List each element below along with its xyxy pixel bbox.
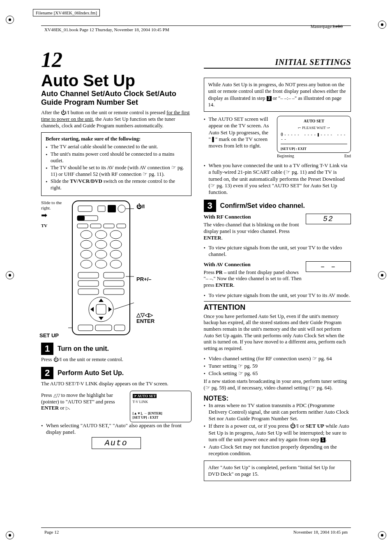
svg-rect-2 xyxy=(98,206,105,212)
callout-power: ⏻/I xyxy=(136,203,154,210)
svg-rect-30 xyxy=(96,304,106,314)
autoset-progress-screen: AUTO SET ⤺ PLEASE WAIT ⤻ 0----- ----❚---… xyxy=(277,116,351,153)
autoset-progress-row: The AUTO SET screen will appear on the T… xyxy=(204,116,351,158)
svg-rect-9 xyxy=(104,224,114,228)
svg-rect-7 xyxy=(77,224,88,228)
svg-point-11 xyxy=(81,230,92,239)
content-area: 12 Auto Set Up Auto Channel Set/Auto Clo… xyxy=(41,49,351,518)
subtitle: Auto Channel Set/Auto Clock Set/Auto Gui… xyxy=(41,90,191,106)
warning-box: While Auto Set Up is in progress, do NOT… xyxy=(204,78,351,112)
svg-rect-24 xyxy=(104,272,124,278)
av-body: Press PR – until the front display panel… xyxy=(204,269,302,289)
svg-point-4 xyxy=(118,205,125,212)
callout-arrows: △▽◁▷ xyxy=(136,312,154,318)
notes-item: Auto Clock Set may not function properly… xyxy=(204,444,351,457)
page-number-large: 12 xyxy=(41,49,191,71)
left-column: 12 Auto Set Up Auto Channel Set/Auto Clo… xyxy=(41,49,191,518)
before-starting-box: Before starting, make sure of the follow… xyxy=(41,132,191,196)
page: Filename [XV48EK_06Index.fm] Masterpage:… xyxy=(0,0,392,555)
registration-mark-icon xyxy=(6,531,14,539)
attention-bullets: Video channel setting (for RF connection… xyxy=(204,355,351,377)
footer-left: Page 12 xyxy=(44,530,59,534)
svg-rect-1 xyxy=(78,206,92,212)
registration-mark-icon xyxy=(378,21,386,29)
svg-rect-27 xyxy=(78,289,99,295)
svg-rect-32 xyxy=(95,325,112,331)
lcd-dashes: – – xyxy=(306,261,351,272)
step-2-desc: The AUTO SET/T-V LINK display appears on… xyxy=(41,381,191,387)
step-3-number: 3 xyxy=(204,200,216,212)
rf-bullet: To view picture signals from the unit, s… xyxy=(204,244,351,258)
as-title: AUTO SET xyxy=(281,119,347,123)
registration-mark-icon xyxy=(378,271,386,279)
power-icon: ⏻/I xyxy=(53,357,62,362)
step-ref-icon: 3 xyxy=(267,96,272,101)
footer-rule xyxy=(41,527,351,528)
tvlink-bullet-list: When you have connected the unit to a TV… xyxy=(204,162,351,196)
main-title: Auto Set Up xyxy=(41,72,191,89)
step-1-number: 1 xyxy=(41,343,53,355)
svg-rect-26 xyxy=(104,281,124,286)
filename-box: Filename [XV48EK_06Index.fm] xyxy=(33,9,100,16)
svg-point-18 xyxy=(95,250,107,258)
step-1-row: 1 Turn on the unit. xyxy=(41,343,191,355)
attention-bullet: Tuner setting ☞ pg. 59 xyxy=(204,363,351,369)
as-exit: [SET UP] : EXIT xyxy=(281,147,347,151)
end-label: End xyxy=(344,154,351,158)
step-2-bullet: When selecting "AUTO SET," "Auto" also a… xyxy=(41,422,191,436)
masterpage-text: Masterpage: xyxy=(311,24,333,29)
arrow-right-icon: ➡ xyxy=(41,211,66,220)
attention-body: Once you have performed Auto Set Up, eve… xyxy=(204,313,351,352)
svg-point-21 xyxy=(95,260,107,268)
svg-point-13 xyxy=(110,230,122,239)
progress-bullet: The AUTO SET screen will appear on the T… xyxy=(204,116,273,149)
remote-svg-icon xyxy=(68,200,134,336)
intro-mid: button on the unit or remote control is … xyxy=(69,110,167,115)
before-item: Slide the TV/VCR/DVD switch on the remot… xyxy=(46,178,187,191)
lcd-52: 52 xyxy=(306,214,351,224)
rf-bullets: To view picture signals from the unit, s… xyxy=(204,244,351,258)
as-wait: ⤺ PLEASE WAIT ⤻ xyxy=(281,126,347,130)
svg-point-17 xyxy=(81,250,92,258)
step-2-number: 2 xyxy=(41,367,53,379)
step-2-flex: Press △▽ to move the highlight bar (poin… xyxy=(41,391,191,422)
av-bullet: To view picture signals from the unit, s… xyxy=(204,292,351,299)
step-3-row: 3 Confirm/Set video channel. xyxy=(204,200,351,212)
svg-point-15 xyxy=(95,240,107,249)
svg-rect-33 xyxy=(114,325,125,331)
sc-foot2: [SET UP] : EXIT xyxy=(133,415,189,419)
svg-rect-8 xyxy=(90,224,101,228)
step-2-title: Perform Auto Set Up. xyxy=(58,369,124,377)
before-item: The TV aerial cable should be connected … xyxy=(46,144,187,150)
autoset-menu-screen: ☞ AUTO SET T-V LINK [▲▼], → [ENTER] [SET… xyxy=(130,391,191,422)
step-1-title: Turn on the unit. xyxy=(58,345,109,352)
svg-rect-10 xyxy=(117,224,126,228)
svg-rect-0 xyxy=(72,201,130,335)
notes-heading: NOTES: xyxy=(204,395,351,402)
registration-mark-icon xyxy=(378,531,386,539)
registration-mark-icon xyxy=(6,16,14,24)
callout-pr: PR+/– xyxy=(136,276,154,282)
power-icon: ⏻/I xyxy=(61,110,69,115)
svg-rect-28 xyxy=(104,289,124,295)
step-1-body: Press ⏻/I on the unit or remote control. xyxy=(41,357,191,363)
tv-label: TV xyxy=(41,223,66,228)
right-column: INITIAL SETTINGS While Auto Set Up is in… xyxy=(204,49,351,518)
step-3-title: Confirm/Set video channel. xyxy=(220,202,305,210)
svg-rect-3 xyxy=(108,205,116,212)
header-text: XV48EK_01.book Page 12 Thursday, Novembe… xyxy=(44,27,169,32)
begin-label: Beginning xyxy=(277,154,294,158)
rf-row: With RF Connection The video channel tha… xyxy=(204,214,351,244)
svg-rect-23 xyxy=(78,272,99,278)
intro-pre: After the xyxy=(41,110,61,115)
rf-body: The video channel that is blinking on th… xyxy=(204,222,302,241)
slide-right-label: Slide to the right. xyxy=(41,200,66,211)
masterpage-label: Masterpage:Left0 xyxy=(311,24,343,29)
before-item: The TV should be set to its AV mode (wit… xyxy=(46,165,187,177)
t: on the unit or remote control. xyxy=(62,357,123,362)
attention-heading: ATTENTION xyxy=(204,301,351,312)
t: Press xyxy=(41,357,53,362)
step-2-row: 2 Perform Auto Set Up. xyxy=(41,367,191,379)
registration-mark-icon xyxy=(6,271,14,279)
step-2-move: Press △▽ to move the highlight bar (poin… xyxy=(41,392,126,412)
